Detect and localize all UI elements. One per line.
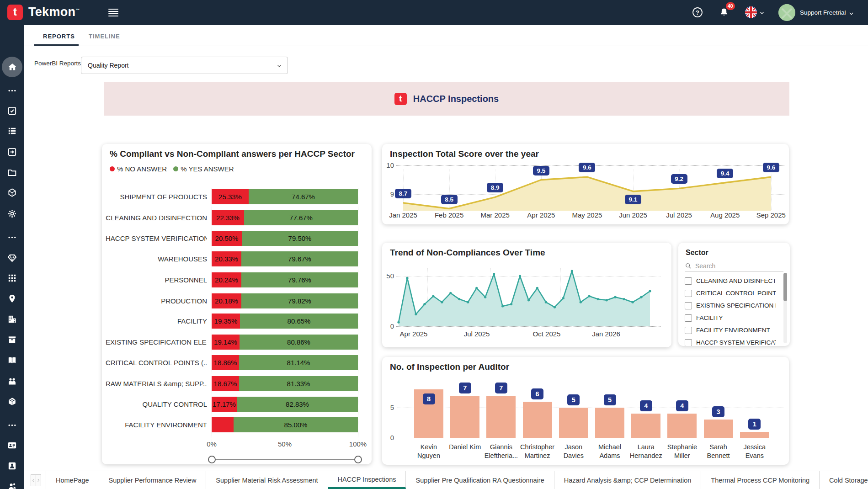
no-answer-segment[interactable]: 20.24%	[212, 272, 241, 287]
report-page-tab[interactable]: Supplier Pre Qualification RA Questionna…	[406, 471, 554, 489]
sidebar-item-support-20[interactable]	[7, 481, 17, 489]
no-answer-segment[interactable]	[212, 417, 234, 432]
yes-answer-segment[interactable]: 82.83%	[237, 397, 358, 412]
haccp-sector-row[interactable]: QUALITY CONTROL17.17%82.83%	[102, 397, 372, 412]
sidebar-item-gem-9[interactable]	[7, 253, 17, 263]
help-icon[interactable]: ?	[692, 6, 703, 18]
tab-reports[interactable]: REPORTS	[43, 27, 75, 46]
sidebar-item-tasks-2[interactable]	[7, 106, 17, 116]
no-answer-segment[interactable]: 25.33%	[212, 189, 249, 204]
user-name[interactable]: Support Freetrial	[800, 0, 846, 25]
report-page-tab[interactable]: Supplier Performance Review	[99, 471, 207, 489]
user-avatar[interactable]	[778, 4, 795, 21]
haccp-sector-row[interactable]: PRODUCTION20.18%79.82%	[102, 293, 372, 308]
haccp-sector-row[interactable]: RAW MATERIALS &amp; SUPP...18.67%81.33%	[102, 376, 372, 391]
range-slider-track[interactable]	[212, 459, 358, 460]
language-flag-uk[interactable]	[745, 6, 757, 18]
sector-option[interactable]: EXISTING SPECIFICATION ELE...	[685, 299, 776, 312]
haccp-sector-row[interactable]: CLEANING AND DISINFECTION22.33%77.67%	[102, 210, 372, 225]
haccp-sector-row[interactable]: EXISTING SPECIFICATION ELE...19.14%80.86…	[102, 335, 372, 350]
auditor-bar[interactable]	[740, 432, 769, 438]
sector-checkbox[interactable]	[685, 327, 692, 334]
no-answer-segment[interactable]: 20.33%	[212, 251, 241, 266]
yes-answer-segment[interactable]: 79.67%	[241, 251, 358, 266]
auditor-bar[interactable]	[631, 414, 660, 438]
sector-option[interactable]: CRITICAL CONTROL POINTS ..	[685, 287, 776, 299]
range-slider-handle-right[interactable]	[354, 456, 362, 463]
language-chevron-down-icon[interactable]	[759, 10, 765, 16]
sidebar-item-list-3[interactable]	[7, 126, 17, 136]
sidebar-item-people-15[interactable]	[7, 376, 17, 387]
sector-checkbox[interactable]	[685, 314, 692, 322]
sidebar-item-more-17[interactable]	[7, 420, 17, 431]
auditor-bar[interactable]	[667, 414, 697, 438]
sector-checkbox[interactable]	[685, 302, 692, 309]
no-answer-segment[interactable]: 19.35%	[212, 314, 240, 329]
sector-option[interactable]: FACILITY	[685, 312, 776, 324]
sidebar-item-archive-13[interactable]	[7, 335, 17, 345]
yes-answer-segment[interactable]: 85.00%	[234, 417, 358, 432]
haccp-sector-row[interactable]: FACILITY ENVIRONMENT85.00%	[102, 417, 372, 432]
auditor-bar[interactable]	[704, 420, 733, 438]
sidebar-item-building-12[interactable]	[7, 314, 17, 324]
report-page-tab[interactable]: Thermal Process CCP Monitoring	[701, 471, 820, 489]
yes-answer-segment[interactable]: 79.50%	[242, 231, 358, 246]
sidebar-item-contact-19[interactable]	[7, 461, 17, 471]
sidebar-item-cube-6[interactable]	[7, 187, 17, 198]
sidebar-item-export-4[interactable]	[7, 147, 17, 157]
haccp-sector-row[interactable]: CRITICAL CONTROL POINTS (...18.86%81.14%	[102, 355, 372, 370]
auditor-bar[interactable]	[450, 396, 479, 438]
sector-checkbox[interactable]	[685, 277, 692, 285]
yes-answer-segment[interactable]: 79.82%	[241, 293, 358, 308]
sector-option[interactable]: CLEANING AND DISINFECTI...	[685, 275, 776, 287]
report-page-tab[interactable]: Cold Storage / Process CCP Monitoring	[820, 471, 868, 489]
report-page-tab[interactable]: HACCP Inspections	[328, 471, 406, 489]
sector-checkbox[interactable]	[685, 290, 692, 297]
report-page-tab[interactable]: Hazard Analysis &amp; CCP Determination	[554, 471, 702, 489]
range-slider-handle-left[interactable]	[208, 456, 216, 463]
no-answer-segment[interactable]: 22.33%	[212, 210, 244, 225]
page-nav-prev-icon[interactable]	[31, 475, 36, 486]
sidebar-item-folder-5[interactable]	[7, 167, 17, 178]
auditor-bar[interactable]	[486, 396, 516, 438]
no-answer-segment[interactable]: 17.17%	[212, 397, 237, 412]
sector-scrollbar-thumb[interactable]	[783, 273, 787, 301]
yes-answer-segment[interactable]: 80.65%	[240, 314, 358, 329]
sector-option[interactable]: FACILITY ENVIRONMENT	[685, 324, 776, 336]
sidebar-item-location-11[interactable]	[7, 293, 17, 304]
haccp-sector-row[interactable]: HACCP SYSTEM VERIFICATION20.50%79.50%	[102, 231, 372, 246]
page-nav-next-icon[interactable]	[36, 475, 41, 486]
haccp-sector-row[interactable]: PERSONNEL20.24%79.76%	[102, 272, 372, 287]
sidebar-item-settings-7[interactable]	[7, 208, 17, 219]
report-page-tab[interactable]: HomePage	[46, 471, 99, 489]
yes-answer-segment[interactable]: 77.67%	[244, 210, 358, 225]
no-answer-segment[interactable]: 18.67%	[212, 376, 239, 391]
report-page-tab[interactable]: Supplier Material Risk Assessment	[206, 471, 328, 489]
haccp-sector-row[interactable]: WAREHOUSES20.33%79.67%	[102, 251, 372, 266]
haccp-sector-row[interactable]: FACILITY19.35%80.65%	[102, 314, 372, 329]
no-answer-segment[interactable]: 20.50%	[212, 231, 242, 246]
yes-answer-segment[interactable]: 79.76%	[241, 272, 358, 287]
sidebar-item-more-8[interactable]	[7, 232, 17, 243]
yes-answer-segment[interactable]: 74.67%	[249, 189, 358, 204]
sidebar-item-idcard-18[interactable]	[7, 440, 17, 451]
sidebar-item-grid-10[interactable]	[7, 273, 17, 283]
auditor-bar[interactable]	[595, 408, 624, 438]
sidebar-item-more-1[interactable]	[7, 85, 17, 96]
no-answer-segment[interactable]: 18.86%	[212, 355, 239, 370]
no-answer-segment[interactable]: 19.14%	[212, 335, 240, 350]
tab-timeline[interactable]: TIMELINE	[89, 27, 120, 46]
sidebar-item-package-16[interactable]	[7, 396, 17, 407]
report-select-dropdown[interactable]: Quality Report	[81, 57, 288, 74]
sidebar-item-home[interactable]	[2, 57, 22, 77]
hamburger-menu-icon[interactable]	[108, 9, 118, 16]
haccp-sector-row[interactable]: SHIPMENT OF PRODUCTS25.33%74.67%	[102, 189, 372, 204]
sector-option[interactable]: HACCP SYSTEM VERIFICATION	[685, 336, 776, 346]
auditor-bar[interactable]	[559, 408, 588, 438]
user-chevron-down-icon[interactable]	[848, 11, 854, 16]
no-answer-segment[interactable]: 20.18%	[212, 293, 241, 308]
tekmon-logo[interactable]: t	[7, 5, 23, 20]
yes-answer-segment[interactable]: 81.33%	[239, 376, 358, 391]
auditor-bar[interactable]	[523, 402, 552, 438]
sector-search-input[interactable]	[695, 262, 773, 270]
